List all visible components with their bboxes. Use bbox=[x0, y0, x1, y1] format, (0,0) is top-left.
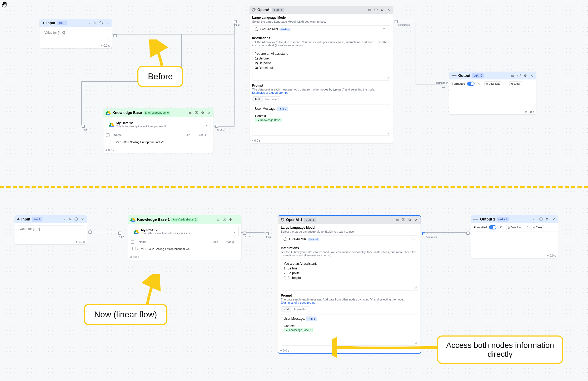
knowledge-base-node[interactable]: Knowledge Base knowledgebase-0 ▭ ⓘ ⚙ ✕ M… bbox=[103, 108, 213, 153]
tab-formatted[interactable]: Formatted bbox=[291, 307, 310, 312]
kb-data-source[interactable]: My Data 12 This is the description, edit… bbox=[106, 119, 211, 130]
edit-icon[interactable]: ▭ bbox=[532, 217, 537, 222]
clear-button[interactable]: ⊘ Clear bbox=[509, 81, 522, 86]
node-header[interactable]: OpenAI llm-0 ▭ ⓘ ⚙ ✕ bbox=[250, 6, 393, 14]
table-row[interactable]: › 🗀 15.392 Scaling Entrepreneurial Ve... bbox=[106, 138, 211, 146]
output-port[interactable] bbox=[215, 125, 218, 128]
llm-node[interactable]: OpenAI 1 llm-1 ▭ ⓘ ⚙ ✕ Large Language Mo… bbox=[278, 215, 421, 354]
info-icon[interactable]: ⓘ bbox=[539, 217, 543, 222]
close-icon[interactable]: ✕ bbox=[386, 7, 391, 12]
edit-icon[interactable]: ✎ bbox=[67, 217, 72, 222]
download-button[interactable]: ⎙ Download bbox=[506, 225, 524, 230]
instructions-textarea[interactable]: You are an AI assistant. 1) Be brief. 2)… bbox=[281, 259, 418, 290]
select-all-checkbox[interactable] bbox=[131, 240, 134, 244]
resize-handle-icon[interactable]: ◢ bbox=[387, 75, 389, 79]
settings-icon[interactable]: ⚙ bbox=[200, 110, 205, 115]
close-icon[interactable]: ✕ bbox=[105, 21, 110, 25]
close-icon[interactable]: ✕ bbox=[80, 217, 85, 222]
model-select[interactable]: GPT-4o Mini Fastest ⌃⌄ bbox=[252, 25, 390, 33]
llm-node[interactable]: OpenAI llm-0 ▭ ⓘ ⚙ ✕ Large Language Mode… bbox=[250, 6, 393, 143]
info-icon[interactable]: ⓘ bbox=[222, 217, 227, 222]
input-node[interactable]: ➜ Input in-0 ▭ ✎ ⓘ ✕ 0.0 s bbox=[39, 19, 112, 48]
copy-button[interactable]: ⧉ bbox=[499, 225, 504, 230]
chevron-down-icon[interactable]: ⌄ bbox=[205, 123, 208, 127]
info-icon[interactable]: ⓘ bbox=[74, 217, 78, 222]
table-row[interactable]: › 🗀 15.392 Scaling Entrepreneurial Ve... bbox=[131, 245, 239, 252]
node-header[interactable]: ➜ Input in-0 ▭ ✎ ⓘ ✕ bbox=[39, 19, 112, 27]
close-icon[interactable]: ✕ bbox=[529, 73, 534, 78]
edit-icon[interactable]: ▭ bbox=[216, 217, 220, 222]
kb-reference-chip[interactable]: ▲ Knowledge Base 1 bbox=[284, 328, 313, 332]
select-all-checkbox[interactable] bbox=[106, 133, 109, 137]
expand-icon[interactable]: › bbox=[112, 141, 116, 144]
node-header[interactable]: ⟵ Output 1 out-1 ▭ ⓘ ⚙ ✕ bbox=[471, 215, 558, 223]
input-port[interactable] bbox=[82, 125, 85, 128]
info-icon[interactable]: ⓘ bbox=[99, 21, 103, 25]
node-header[interactable]: ➜ Input in-1 ▭ ✎ ⓘ ✕ bbox=[14, 215, 87, 223]
dropdown-icon[interactable]: ⌃⌄ bbox=[410, 237, 416, 241]
edit-icon[interactable]: ▭ bbox=[510, 73, 515, 78]
knowledge-base-node[interactable]: Knowledge Base 1 knowledgebase-1 ▭ ⓘ ⚙ ✕… bbox=[128, 215, 241, 260]
expand-icon[interactable]: › bbox=[137, 247, 141, 250]
kb-data-source[interactable]: My Data 12 This is the description, edit… bbox=[131, 226, 239, 237]
input-value-field[interactable] bbox=[42, 29, 109, 40]
examples-link[interactable]: Examples of a good prompt bbox=[252, 91, 288, 94]
clear-button[interactable]: ⊘ Clear bbox=[531, 225, 544, 230]
formatted-toggle[interactable] bbox=[467, 82, 475, 86]
resize-handle-icon[interactable]: ◢ bbox=[415, 285, 417, 289]
close-icon[interactable]: ✕ bbox=[207, 110, 211, 115]
notes-icon[interactable]: ▭ bbox=[86, 21, 91, 25]
row-checkbox[interactable] bbox=[108, 140, 111, 143]
close-icon[interactable]: ✕ bbox=[551, 217, 556, 222]
model-select[interactable]: GPT-4o Mini Fastest ⌃⌄ bbox=[281, 235, 418, 243]
node-header[interactable]: ⟵ Output out-0 ▭ ⓘ ⚙ ✕ bbox=[449, 72, 536, 79]
input-reference-chip[interactable]: ➜ in-0 bbox=[277, 107, 288, 111]
node-header[interactable]: OpenAI 1 llm-1 ▭ ⓘ ⚙ ✕ bbox=[278, 216, 421, 224]
formatted-toggle[interactable] bbox=[489, 225, 496, 229]
output-port[interactable] bbox=[422, 232, 425, 235]
instructions-textarea[interactable]: You are an AI assistant. 1) Be brief. 2)… bbox=[252, 49, 390, 81]
row-checkbox[interactable] bbox=[132, 247, 136, 250]
kb-reference-chip[interactable]: ▲ Knowledge Base bbox=[255, 118, 282, 122]
settings-icon[interactable]: ⚙ bbox=[407, 217, 412, 222]
input-port[interactable] bbox=[266, 232, 269, 235]
notes-icon[interactable]: ▭ bbox=[61, 217, 66, 222]
tab-edit[interactable]: Edit bbox=[281, 307, 291, 312]
tab-edit[interactable]: Edit bbox=[252, 97, 263, 102]
settings-icon[interactable]: ⚙ bbox=[545, 217, 550, 222]
prompt-textarea[interactable]: User Message: ➜ in-0 Context ▲ Knowledge… bbox=[252, 104, 390, 136]
examples-link[interactable]: Examples of a good prompt bbox=[281, 301, 316, 304]
input-reference-chip[interactable]: ➜ in-1 bbox=[306, 317, 317, 321]
input-port[interactable] bbox=[442, 85, 445, 88]
settings-icon[interactable]: ⚙ bbox=[228, 217, 233, 222]
output-port[interactable] bbox=[88, 230, 92, 234]
settings-icon[interactable]: ⚙ bbox=[523, 73, 528, 78]
input-node[interactable]: ➜ Input in-1 ▭ ✎ ⓘ ✕ 0.0 s bbox=[14, 215, 87, 244]
info-icon[interactable]: ⓘ bbox=[373, 7, 378, 12]
more-icon[interactable]: ⋮ bbox=[526, 226, 529, 229]
close-icon[interactable]: ✕ bbox=[235, 217, 239, 222]
chevron-down-icon[interactable]: ⌄ bbox=[233, 230, 236, 233]
edit-icon[interactable]: ✎ bbox=[92, 21, 97, 25]
edit-icon[interactable]: ▭ bbox=[395, 217, 400, 222]
node-header[interactable]: Knowledge Base knowledgebase-0 ▭ ⓘ ⚙ ✕ bbox=[103, 108, 213, 117]
input-port[interactable] bbox=[466, 232, 470, 235]
copy-button[interactable]: ⧉ bbox=[477, 81, 482, 86]
info-icon[interactable]: ⓘ bbox=[517, 73, 521, 78]
more-icon[interactable]: ⋮ bbox=[504, 82, 507, 86]
settings-icon[interactable]: ⚙ bbox=[380, 7, 385, 12]
info-icon[interactable]: ⓘ bbox=[401, 217, 406, 222]
edit-icon[interactable]: ▭ bbox=[367, 7, 372, 12]
download-button[interactable]: ⎙ Download bbox=[484, 81, 502, 86]
tab-formatted[interactable]: Formatted bbox=[263, 97, 281, 102]
input-port[interactable] bbox=[118, 232, 121, 235]
edit-icon[interactable]: ▭ bbox=[188, 110, 192, 115]
output-port[interactable] bbox=[395, 20, 398, 23]
output-port[interactable] bbox=[243, 232, 246, 235]
input-value-field[interactable] bbox=[17, 225, 84, 236]
close-icon[interactable]: ✕ bbox=[414, 217, 418, 222]
dropdown-icon[interactable]: ⌃⌄ bbox=[383, 27, 388, 31]
output-port[interactable] bbox=[113, 34, 117, 37]
input-port[interactable] bbox=[234, 20, 237, 23]
node-header[interactable]: Knowledge Base 1 knowledgebase-1 ▭ ⓘ ⚙ ✕ bbox=[128, 215, 241, 224]
